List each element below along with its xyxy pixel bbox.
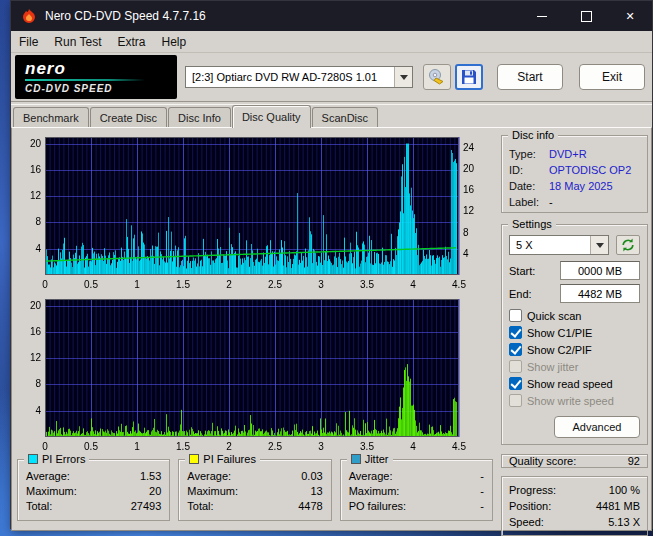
- disc-label-label: Label:: [509, 194, 549, 210]
- show-jitter-checkbox: [509, 360, 522, 373]
- stat-label: Average:: [349, 469, 393, 484]
- disc-info-title: Disc info: [508, 129, 558, 141]
- disc-date-value: 18 May 2025: [549, 178, 640, 194]
- stat-label: Maximum:: [26, 484, 77, 499]
- drive-selector-value: [2:3] Optiarc DVD RW AD-7280S 1.01: [186, 71, 394, 83]
- chevron-down-icon[interactable]: [590, 236, 608, 254]
- menu-extra[interactable]: Extra: [109, 33, 153, 51]
- quality-score-label: Quality score:: [509, 455, 576, 467]
- pi-failures-title: PI Failures: [203, 453, 256, 465]
- quick-scan-checkbox[interactable]: [509, 309, 522, 322]
- end-position-field[interactable]: 4482 MB: [560, 284, 640, 303]
- tab-scandisc[interactable]: ScanDisc: [312, 107, 378, 127]
- speed-row: 5 X: [509, 235, 640, 255]
- show-jitter-row: Show jitter: [509, 358, 640, 375]
- jitter-title: Jitter: [365, 453, 389, 465]
- start-button[interactable]: Start: [497, 64, 563, 90]
- disc-id-row: ID: OPTODISC OP2: [509, 162, 640, 178]
- tab-benchmark[interactable]: Benchmark: [13, 107, 89, 127]
- stat-value: 13: [310, 484, 322, 499]
- maximize-button[interactable]: [564, 1, 608, 31]
- start-position-row: Start: 0000 MB: [509, 261, 640, 280]
- stat-row: Maximum:-: [349, 484, 484, 499]
- jitter-swatch: [351, 454, 361, 464]
- app-window: Nero CD-DVD Speed 4.7.7.16 ✕ File Run Te…: [10, 0, 653, 529]
- stat-value: -: [480, 484, 484, 499]
- disc-info-box: Disc info Type: DVD+R ID: OPTODISC OP2 D…: [501, 135, 648, 213]
- disc-type-value: DVD+R: [549, 146, 640, 162]
- title-bar: Nero CD-DVD Speed 4.7.7.16 ✕: [11, 1, 652, 31]
- show-c2-pif-row: Show C2/PIF: [509, 341, 640, 358]
- refresh-button[interactable]: [616, 235, 640, 255]
- advanced-row: Advanced: [509, 416, 640, 438]
- disc-label-row: Label: -: [509, 194, 640, 210]
- end-label: End:: [509, 288, 532, 300]
- disc-type-label: Type:: [509, 146, 549, 162]
- disc-id-value: OPTODISC OP2: [549, 162, 640, 178]
- stat-row: Average:0.03: [187, 469, 322, 484]
- quality-score-value: 92: [628, 455, 640, 467]
- menu-file[interactable]: File: [11, 33, 46, 51]
- show-read-speed-row: Show read speed: [509, 375, 640, 392]
- minimize-button[interactable]: [520, 1, 564, 31]
- stat-value: 20: [149, 484, 161, 499]
- show-c1-pie-checkbox[interactable]: [509, 326, 522, 339]
- pi-errors-chart: [15, 131, 495, 293]
- pi-failures-chart: [15, 293, 495, 455]
- tab-disc-quality[interactable]: Disc Quality: [232, 105, 311, 128]
- show-write-speed-label: Show write speed: [527, 395, 614, 407]
- exit-button[interactable]: Exit: [579, 64, 645, 90]
- stat-label: PO failures:: [349, 499, 406, 514]
- pi-errors-legend: PI Errors: [24, 453, 89, 465]
- stat-row: PO failures:-: [349, 499, 484, 514]
- menu-help[interactable]: Help: [154, 33, 195, 51]
- burn-button[interactable]: [423, 64, 451, 90]
- show-read-speed-checkbox[interactable]: [509, 377, 522, 390]
- settings-box: Settings 5 X Start:: [501, 224, 648, 445]
- menu-bar: File Run Test Extra Help: [11, 31, 652, 53]
- pi-errors-swatch: [28, 454, 38, 464]
- stat-label: Maximum:: [349, 484, 400, 499]
- save-button[interactable]: [455, 64, 483, 90]
- close-button[interactable]: ✕: [608, 1, 652, 31]
- stat-row: Maximum:13: [187, 484, 322, 499]
- start-label: Start:: [509, 265, 535, 277]
- menu-run-test[interactable]: Run Test: [46, 33, 109, 51]
- speed-label: Speed:: [509, 514, 544, 530]
- settings-title: Settings: [508, 218, 556, 230]
- stat-row: Average:1.53: [26, 469, 161, 484]
- show-jitter-label: Show jitter: [527, 361, 578, 373]
- disc-type-row: Type: DVD+R: [509, 146, 640, 162]
- stat-row: Maximum:20: [26, 484, 161, 499]
- burn-icon: [428, 68, 446, 86]
- stat-row: Total:4478: [187, 499, 322, 514]
- window-title: Nero CD-DVD Speed 4.7.7.16: [45, 9, 520, 23]
- jitter-legend: Jitter: [347, 453, 393, 465]
- speed-value: 5.13 X: [608, 514, 640, 530]
- chevron-down-icon[interactable]: [394, 67, 412, 87]
- show-c1-pie-row: Show C1/PIE: [509, 324, 640, 341]
- pi-failures-stats-box: PI Failures Average:0.03 Maximum:13 Tota…: [178, 459, 331, 521]
- stat-value: -: [480, 499, 484, 514]
- pi-errors-title: PI Errors: [42, 453, 85, 465]
- pi-errors-stats-box: PI Errors Average:1.53 Maximum:20 Total:…: [17, 459, 170, 521]
- disc-label-value: -: [549, 194, 640, 210]
- show-c2-pif-checkbox[interactable]: [509, 343, 522, 356]
- disc-id-label: ID:: [509, 162, 549, 178]
- drive-selector[interactable]: [2:3] Optiarc DVD RW AD-7280S 1.01: [185, 66, 413, 88]
- jitter-stats-box: Jitter Average:- Maximum:- PO failures:-: [340, 459, 493, 521]
- stat-row: Average:-: [349, 469, 484, 484]
- tab-disc-info[interactable]: Disc Info: [168, 107, 231, 127]
- stat-value: 0.03: [301, 469, 322, 484]
- charts-column: PI Errors Average:1.53 Maximum:20 Total:…: [15, 131, 495, 527]
- quick-scan-label: Quick scan: [527, 310, 581, 322]
- stat-value: 27493: [131, 499, 162, 514]
- tab-create-disc[interactable]: Create Disc: [90, 107, 167, 127]
- disc-quality-panel: PI Errors Average:1.53 Maximum:20 Total:…: [11, 127, 652, 531]
- advanced-button[interactable]: Advanced: [554, 416, 640, 438]
- start-position-field[interactable]: 0000 MB: [560, 261, 640, 280]
- scan-speed-selector[interactable]: 5 X: [509, 235, 609, 255]
- pi-failures-swatch: [189, 454, 199, 464]
- progress-panel: Progress: 100 % Position: 4481 MB Speed:…: [501, 476, 648, 536]
- disc-date-row: Date: 18 May 2025: [509, 178, 640, 194]
